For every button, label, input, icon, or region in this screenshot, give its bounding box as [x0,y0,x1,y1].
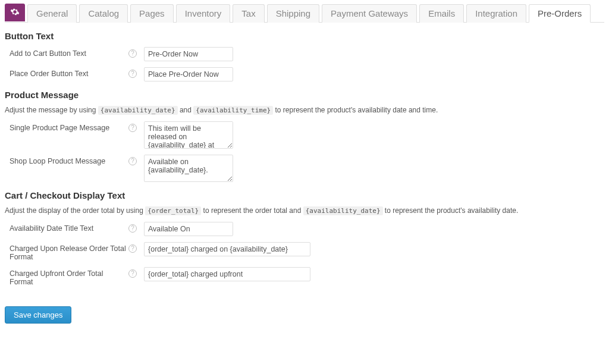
tab-general[interactable]: General [27,4,77,23]
input-place-order[interactable] [144,67,233,81]
section-button-text-title: Button Text [5,31,604,41]
help-icon[interactable]: ? [128,224,137,233]
row-shop-loop: Shop Loop Product Message ? [10,155,604,182]
tab-inventory[interactable]: Inventory [176,4,231,23]
tab-pages[interactable]: Pages [130,4,174,23]
tab-emails[interactable]: Emails [419,4,464,23]
input-charged-upfront[interactable] [144,267,310,281]
tab-payment-gateways[interactable]: Payment Gateways [322,4,417,23]
cart-checkout-desc: Adjust the display of the order total by… [5,206,604,215]
row-place-order: Place Order Button Text ? [10,67,604,81]
row-single-product: Single Product Page Message ? [10,121,604,149]
label-single-product: Single Product Page Message [10,121,128,132]
help-icon[interactable]: ? [128,269,137,278]
tab-pre-orders[interactable]: Pre-Orders [529,4,591,23]
product-message-desc: Adjust the message by using {availabilit… [5,106,604,114]
token-availability-date: {availability_date} [98,106,178,115]
tab-shipping[interactable]: Shipping [267,4,319,23]
label-place-order: Place Order Button Text [10,67,128,78]
label-shop-loop: Shop Loop Product Message [10,155,128,165]
tab-catalog[interactable]: Catalog [79,4,128,23]
row-charged-upfront: Charged Upfront Order Total Format ? [10,267,604,286]
textarea-single-product[interactable] [144,121,233,149]
gear-icon [10,7,20,18]
input-charged-release[interactable] [144,242,310,256]
help-icon[interactable]: ? [128,244,137,253]
token-order-total: {order_total} [145,206,201,215]
row-charged-release: Charged Upon Release Order Total Format … [10,242,604,261]
label-avail-title: Availability Date Title Text [10,222,128,233]
section-product-message-title: Product Message [5,90,604,100]
tab-integration[interactable]: Integration [466,4,526,23]
save-button[interactable]: Save changes [5,306,71,324]
token-availability-time: {availability_time} [193,106,273,115]
row-avail-title: Availability Date Title Text ? [10,222,604,236]
help-icon[interactable]: ? [128,124,137,132]
help-icon[interactable]: ? [128,49,137,58]
section-cart-checkout-title: Cart / Checkout Display Text [5,190,604,200]
input-add-to-cart[interactable] [144,47,233,61]
label-charged-release: Charged Upon Release Order Total Format [10,242,128,261]
label-charged-upfront: Charged Upfront Order Total Format [10,267,128,286]
help-icon[interactable]: ? [128,157,137,165]
settings-tab-row: General Catalog Pages Inventory Tax Ship… [5,4,604,23]
gear-tab[interactable] [5,4,25,21]
label-add-to-cart: Add to Cart Button Text [10,47,128,58]
input-avail-title[interactable] [144,222,233,236]
token-availability-date: {availability_date} [303,206,383,215]
row-add-to-cart: Add to Cart Button Text ? [10,47,604,61]
help-icon[interactable]: ? [128,70,137,78]
tab-tax[interactable]: Tax [233,4,264,23]
textarea-shop-loop[interactable] [144,155,233,182]
